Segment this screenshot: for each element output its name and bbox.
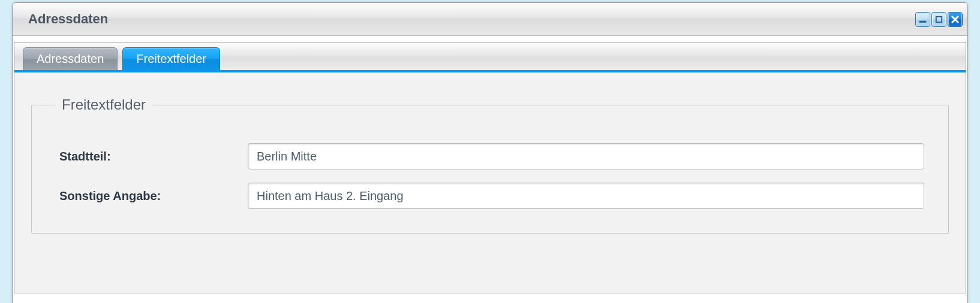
input-sonstige-angabe[interactable]: [248, 183, 924, 209]
label-sonstige-angabe: Sonstige Angabe:: [56, 189, 248, 203]
close-icon: [951, 15, 960, 24]
window-buttons: [915, 12, 963, 27]
close-button[interactable]: [948, 12, 963, 27]
row-stadtteil: Stadtteil:: [56, 143, 924, 169]
tab-freitextfelder[interactable]: Freitextfelder: [122, 47, 220, 70]
svg-rect-1: [936, 16, 942, 22]
window-body: Adressdaten Freitextfelder Freitextfelde…: [13, 36, 967, 303]
tab-content-freitext: Freitextfelder Stadtteil: Sonstige Angab…: [14, 72, 966, 252]
maximize-icon: [934, 15, 943, 24]
titlebar: Adressdaten: [13, 3, 967, 36]
tabstrip: Adressdaten Freitextfelder: [14, 43, 966, 72]
minimize-icon: [918, 15, 927, 24]
fieldset-freitextfelder: Freitextfelder Stadtteil: Sonstige Angab…: [31, 96, 949, 234]
window-adressdaten: Adressdaten Adressdaten Freitextfelder F…: [12, 2, 968, 303]
window-title: Adressdaten: [28, 11, 108, 27]
tab-adressdaten[interactable]: Adressdaten: [23, 47, 118, 70]
input-stadtteil[interactable]: [248, 143, 924, 169]
row-sonstige-angabe: Sonstige Angabe:: [56, 183, 924, 209]
panel: Adressdaten Freitextfelder Freitextfelde…: [14, 42, 966, 293]
label-stadtteil: Stadtteil:: [56, 150, 248, 163]
maximize-button[interactable]: [931, 12, 946, 27]
minimize-button[interactable]: [915, 12, 930, 27]
fieldset-legend: Freitextfelder: [56, 96, 152, 113]
